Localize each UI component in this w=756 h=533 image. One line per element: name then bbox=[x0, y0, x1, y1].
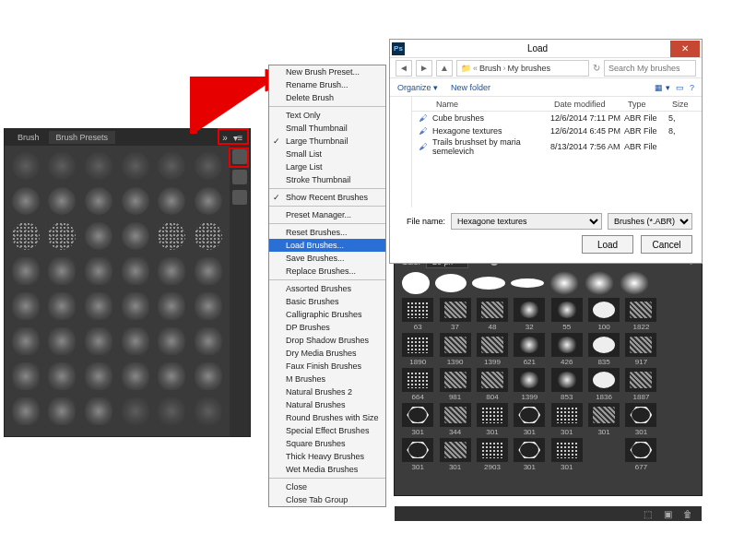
view-options-icon[interactable]: ▦ ▾ bbox=[655, 83, 670, 92]
menu-item[interactable]: Load Brushes... bbox=[269, 239, 385, 252]
brush-swatch[interactable] bbox=[661, 368, 696, 401]
brush-swatch[interactable] bbox=[661, 298, 696, 331]
organize-dropdown[interactable]: Organize ▾ bbox=[397, 83, 438, 92]
brush-swatch[interactable] bbox=[12, 327, 40, 355]
brush-swatch[interactable] bbox=[12, 257, 40, 285]
brush-swatch[interactable] bbox=[85, 362, 112, 390]
file-row[interactable]: 🖌Cube brushes12/6/2014 7:11 PMABR File5, bbox=[412, 112, 702, 124]
menu-item[interactable]: Save Brushes... bbox=[269, 252, 385, 265]
brush-swatch[interactable] bbox=[48, 327, 76, 355]
brush-swatch[interactable]: 1399 bbox=[475, 333, 510, 366]
brush-swatch[interactable]: 301 bbox=[400, 438, 435, 471]
brush-swatch[interactable]: 48 bbox=[475, 298, 510, 331]
brush-swatch[interactable]: 301 bbox=[475, 403, 510, 436]
menu-item[interactable]: Rename Brush... bbox=[269, 78, 385, 91]
menu-item[interactable]: Natural Brushes 2 bbox=[269, 385, 385, 398]
menu-item[interactable]: Round Brushes with Size bbox=[269, 411, 385, 424]
brush-swatch[interactable] bbox=[158, 152, 185, 180]
col-name[interactable]: Name bbox=[432, 100, 550, 109]
delete-brush-icon[interactable]: 🗑 bbox=[681, 508, 694, 519]
brush-swatch[interactable] bbox=[158, 292, 185, 320]
menu-item[interactable]: Small Thumbnail bbox=[269, 122, 385, 135]
brush-swatch[interactable] bbox=[12, 152, 40, 180]
brush-swatch[interactable]: 55 bbox=[549, 298, 585, 331]
brush-swatch[interactable]: 344 bbox=[437, 403, 472, 436]
menu-item[interactable]: Text Only bbox=[269, 109, 385, 122]
brush-swatch[interactable]: 301 bbox=[400, 403, 435, 436]
brush-swatch[interactable] bbox=[85, 292, 112, 320]
menu-item[interactable]: Natural Brushes bbox=[269, 398, 385, 411]
new-folder-button[interactable]: New folder bbox=[451, 83, 490, 92]
menu-item[interactable]: Dry Media Brushes bbox=[269, 347, 385, 360]
brush-swatch[interactable]: 621 bbox=[512, 333, 547, 366]
toggle-brush-panel-icon[interactable] bbox=[232, 149, 247, 164]
brush-swatch[interactable]: 1836 bbox=[586, 368, 621, 401]
brush-swatch[interactable] bbox=[195, 152, 222, 180]
menu-item[interactable]: Large List bbox=[269, 160, 385, 173]
brush-swatch[interactable]: 1887 bbox=[623, 368, 658, 401]
load-button[interactable]: Load bbox=[582, 235, 633, 254]
file-name-field[interactable]: Hexagone textures bbox=[451, 213, 602, 230]
brush-swatch[interactable] bbox=[195, 397, 222, 425]
brush-swatch[interactable] bbox=[12, 362, 40, 390]
crumb-segment[interactable]: My brushes bbox=[508, 64, 551, 73]
menu-item[interactable]: Reset Brushes... bbox=[269, 226, 385, 239]
menu-item[interactable]: Delete Brush bbox=[269, 91, 385, 104]
brush-swatch[interactable] bbox=[48, 152, 76, 180]
live-tip-preview-icon[interactable] bbox=[232, 170, 247, 184]
crumb-segment[interactable]: Brush bbox=[479, 64, 502, 73]
brush-swatch[interactable]: 301 bbox=[549, 438, 585, 471]
brush-swatch[interactable]: 1399 bbox=[512, 368, 547, 401]
menu-item[interactable]: Assorted Brushes bbox=[269, 282, 385, 295]
menu-item[interactable]: Large Thumbnail bbox=[269, 135, 385, 148]
brush-grid-bottom[interactable]: 6337483255100182218901390139962142683591… bbox=[395, 296, 702, 506]
brush-swatch[interactable]: 1890 bbox=[400, 333, 435, 366]
menu-item[interactable]: Faux Finish Brushes bbox=[269, 360, 385, 373]
brush-swatch[interactable]: 1390 bbox=[437, 333, 472, 366]
brush-swatch[interactable]: 917 bbox=[623, 333, 658, 366]
tab-brush-presets[interactable]: Brush Presets bbox=[49, 131, 116, 144]
brush-swatch[interactable]: 63 bbox=[400, 298, 435, 331]
brush-swatch[interactable] bbox=[48, 257, 76, 285]
file-list-header[interactable]: Name Date modified Type Size bbox=[412, 97, 702, 112]
brush-swatch[interactable]: 853 bbox=[549, 368, 585, 401]
menu-item[interactable]: Preset Manager... bbox=[269, 208, 385, 221]
help-icon[interactable]: ? bbox=[690, 83, 694, 92]
tab-brush[interactable]: Brush bbox=[10, 131, 47, 144]
brush-swatch[interactable]: 804 bbox=[475, 368, 510, 401]
brush-swatch[interactable] bbox=[85, 257, 112, 285]
brush-swatch[interactable] bbox=[12, 187, 40, 215]
toggle-brush-panel-icon[interactable]: ⬚ bbox=[641, 508, 654, 519]
brush-swatch[interactable] bbox=[122, 152, 149, 180]
nav-back-icon[interactable]: ◄ bbox=[396, 60, 412, 77]
menu-item[interactable]: Drop Shadow Brushes bbox=[269, 334, 385, 347]
brush-swatch[interactable]: 835 bbox=[586, 333, 621, 366]
brush-swatch[interactable] bbox=[12, 397, 40, 425]
brush-swatch[interactable] bbox=[195, 327, 222, 355]
brush-swatch[interactable]: 426 bbox=[549, 333, 585, 366]
nav-forward-icon[interactable]: ► bbox=[416, 60, 432, 77]
brush-swatch[interactable]: 301 bbox=[623, 403, 658, 436]
new-brush-icon[interactable]: ▣ bbox=[661, 508, 674, 519]
brush-swatch[interactable] bbox=[48, 362, 76, 390]
brush-swatch[interactable]: 32 bbox=[512, 298, 547, 331]
brush-swatch[interactable] bbox=[48, 292, 76, 320]
file-row[interactable]: 🖌Trails brushset by maria semelevich8/13… bbox=[412, 137, 702, 150]
brush-swatch[interactable]: 2903 bbox=[475, 438, 510, 471]
menu-item[interactable]: New Brush Preset... bbox=[269, 65, 385, 78]
brush-swatch[interactable] bbox=[85, 327, 112, 355]
brush-swatch[interactable] bbox=[195, 257, 222, 285]
brush-grid-left[interactable] bbox=[5, 146, 230, 436]
close-button[interactable]: ✕ bbox=[670, 41, 700, 57]
brush-swatch[interactable] bbox=[195, 362, 222, 390]
brush-swatch[interactable]: 981 bbox=[437, 368, 472, 401]
brush-swatch[interactable] bbox=[85, 222, 112, 250]
brush-swatch[interactable] bbox=[195, 222, 222, 250]
brush-swatch[interactable] bbox=[12, 222, 40, 250]
menu-item[interactable]: DP Brushes bbox=[269, 321, 385, 334]
brush-swatch[interactable] bbox=[122, 362, 149, 390]
brush-swatch[interactable] bbox=[158, 327, 185, 355]
nav-up-icon[interactable]: ▲ bbox=[436, 60, 453, 77]
brush-swatch[interactable]: 664 bbox=[400, 368, 435, 401]
brush-swatch[interactable] bbox=[195, 187, 222, 215]
